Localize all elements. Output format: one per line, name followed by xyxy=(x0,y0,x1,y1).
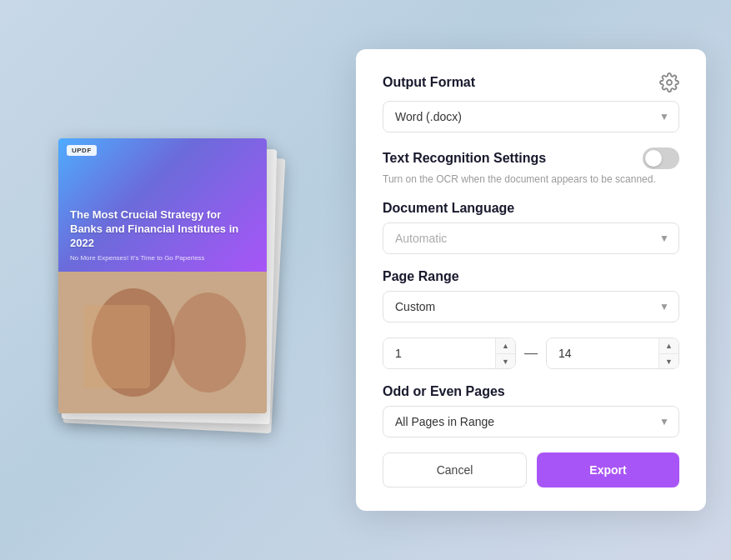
doc-logo: UPDF xyxy=(67,145,97,156)
action-buttons: Cancel Export xyxy=(383,452,679,488)
svg-point-0 xyxy=(667,80,672,85)
cancel-button[interactable]: Cancel xyxy=(383,452,527,488)
page-range-select[interactable]: Custom All Pages Odd Pages Even Pages xyxy=(383,291,679,322)
document-language-wrapper: Automatic English Chinese French German … xyxy=(383,222,679,254)
range-start-up[interactable]: ▲ xyxy=(496,338,515,354)
document-preview: UPDF The Most Crucial Strategy for Banks… xyxy=(25,97,308,463)
text-recognition-row: Text Recognition Settings xyxy=(383,148,679,169)
odd-even-select-wrapper: All Pages in Range Odd Pages Only Even P… xyxy=(383,406,679,438)
doc-header: UPDF The Most Crucial Strategy for Banks… xyxy=(58,138,267,272)
document-language-header: Document Language xyxy=(383,201,679,216)
output-format-title: Output Format xyxy=(383,75,475,90)
document-language-title: Document Language xyxy=(383,201,514,216)
range-dash: — xyxy=(524,346,538,361)
range-end-wrapper: ▲ ▼ xyxy=(546,338,679,369)
document-stack: UPDF The Most Crucial Strategy for Banks… xyxy=(58,138,275,422)
output-format-header: Output Format xyxy=(383,72,679,92)
output-format-select[interactable]: Word (.docx) PDF Excel (.xlsx) PowerPoin… xyxy=(383,101,679,132)
page-range-header: Page Range xyxy=(383,269,679,284)
text-recognition-title: Text Recognition Settings xyxy=(383,151,546,166)
range-start-wrapper: ▲ ▼ xyxy=(383,338,516,369)
text-recognition-section: Text Recognition Settings Turn on the OC… xyxy=(383,148,679,187)
gear-icon[interactable] xyxy=(659,72,679,92)
page-range-inputs: ▲ ▼ — ▲ ▼ xyxy=(383,338,679,369)
range-start-spinners: ▲ ▼ xyxy=(495,338,515,368)
page-range-title: Page Range xyxy=(383,269,459,284)
odd-even-select[interactable]: All Pages in Range Odd Pages Only Even P… xyxy=(383,406,679,438)
export-button[interactable]: Export xyxy=(537,452,679,488)
doc-page-front: UPDF The Most Crucial Strategy for Banks… xyxy=(58,138,267,413)
document-language-select[interactable]: Automatic English Chinese French German … xyxy=(383,222,679,254)
range-start-down[interactable]: ▼ xyxy=(496,354,515,369)
toggle-knob xyxy=(645,150,662,167)
doc-subtitle: No More Expenses! It's Time to Go Paperl… xyxy=(70,254,255,262)
page-range-select-wrapper: Custom All Pages Odd Pages Even Pages ▼ xyxy=(383,291,679,322)
doc-image-people xyxy=(58,272,267,413)
odd-even-title: Odd or Even Pages xyxy=(383,384,505,399)
doc-image xyxy=(58,272,267,413)
text-recognition-desc: Turn on the OCR when the document appear… xyxy=(383,172,679,187)
odd-even-header: Odd or Even Pages xyxy=(383,384,679,399)
text-recognition-toggle[interactable] xyxy=(643,148,679,169)
settings-panel: Output Format Word (.docx) PDF Excel (.x… xyxy=(356,49,706,512)
range-end-up[interactable]: ▲ xyxy=(659,338,678,354)
output-format-wrapper: Word (.docx) PDF Excel (.xlsx) PowerPoin… xyxy=(383,101,679,132)
range-end-down[interactable]: ▼ xyxy=(659,354,678,369)
range-end-spinners: ▲ ▼ xyxy=(658,338,678,368)
doc-title: The Most Crucial Strategy for Banks and … xyxy=(70,208,255,251)
